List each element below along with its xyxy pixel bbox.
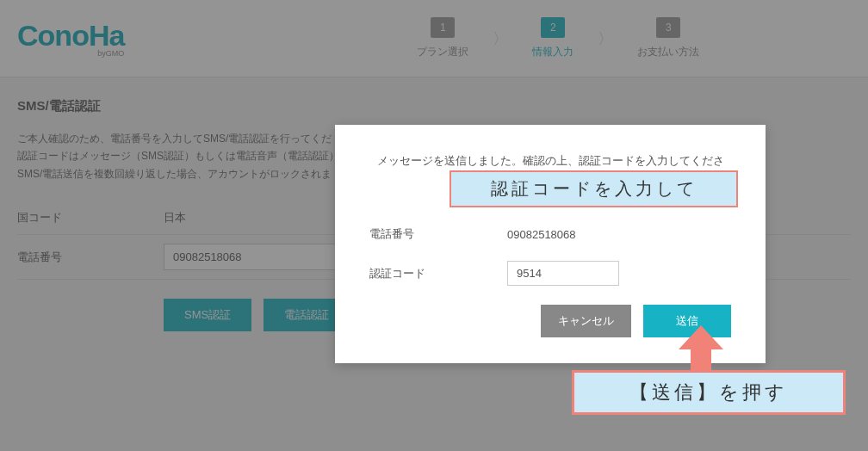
modal-phone-value: 09082518068 — [507, 228, 576, 241]
modal-code-label: 認証コード — [369, 266, 507, 281]
modal-phone-row: 電話番号 09082518068 — [369, 226, 731, 242]
modal-overlay: メッセージを送信しました。確認の上、認証コードを入力してください。 電話番号 0… — [0, 0, 868, 451]
cancel-button[interactable]: キャンセル — [541, 305, 631, 337]
code-input[interactable] — [507, 261, 619, 286]
annotation-enter-code: 認証コードを入力して — [450, 170, 738, 207]
modal-phone-label: 電話番号 — [369, 226, 507, 242]
modal-buttons: キャンセル 送信 — [369, 305, 731, 337]
modal-code-row: 認証コード — [369, 261, 731, 286]
annotation-press-submit: 【送信】を押す — [572, 370, 846, 415]
